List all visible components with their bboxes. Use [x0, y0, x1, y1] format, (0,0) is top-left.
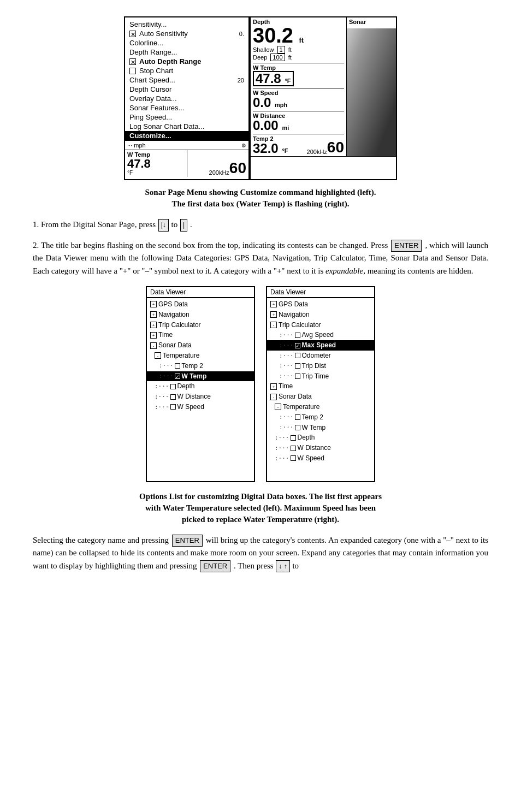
depth-value: 30.2 ft: [253, 25, 344, 46]
checkbox-w-speed: [170, 404, 176, 410]
menu-item-chart-speed: Chart Speed... 20: [125, 75, 248, 85]
plus-icon: +: [150, 322, 157, 328]
minus-icon: -: [150, 342, 157, 349]
plus-icon: +: [150, 332, 157, 339]
dv-r-trip-time: :··· Trip Time: [267, 371, 374, 382]
menu-item-stop-chart: Stop Chart: [125, 66, 248, 75]
checkbox-stop-chart: [129, 68, 136, 74]
checkbox-r-depth: [291, 435, 296, 441]
data-viewer-area: Data Viewer + GPS Data + Navigation + Tr…: [33, 286, 488, 482]
dv-time: + Time: [147, 330, 254, 340]
enter-button-2[interactable]: ENTER: [172, 535, 203, 547]
dv-r-trip-dist: :··· Trip Dist: [267, 361, 374, 371]
checkbox-auto-sensitivity: [129, 31, 136, 37]
checkbox-depth: [170, 384, 176, 389]
dv-left-title: Data Viewer: [147, 287, 254, 298]
plus-icon: +: [270, 301, 277, 307]
checkbox-temp2: [175, 363, 180, 369]
dv-temperature: - Temperature: [147, 351, 254, 361]
dv-r-avg-speed: :··· Avg Speed: [267, 330, 374, 340]
plus-icon: +: [150, 301, 157, 307]
caption1: Sonar Page Menu showing Customize comman…: [69, 187, 452, 210]
minus-icon: -: [270, 322, 277, 328]
dv-r-gps-data: + GPS Data: [267, 299, 374, 310]
menu-bottom-strip: ··· mph ⚙: [125, 140, 248, 150]
dv-r-temperature: - Temperature: [267, 402, 374, 412]
dv-r-w-temp: :··· W Temp: [267, 423, 374, 433]
dv-depth: :··· Depth: [147, 381, 254, 392]
dv-trip-calc: + Trip Calculator: [147, 320, 254, 330]
dv-gps-data: + GPS Data: [147, 299, 254, 310]
dv-r-depth: :··· Depth: [267, 432, 374, 443]
dv-temp2: :··· Temp 2: [147, 361, 254, 371]
checkbox-avg-speed: [295, 333, 300, 338]
menu-item-depth-range: Depth Range...: [125, 48, 248, 57]
minus-icon: -: [155, 352, 161, 359]
checkbox-trip-time: [295, 374, 300, 379]
menu-item-sensitivity: Sensitivity...: [125, 20, 248, 29]
checkbox-r-w-distance: [291, 446, 296, 451]
sonar-image: Sonar 0- 20 40: [347, 17, 396, 156]
dv-r-time: + Time: [267, 381, 374, 392]
dv-w-speed: :··· W Speed: [147, 402, 254, 412]
plus-icon: +: [150, 311, 157, 318]
checkbox-w-temp: [175, 374, 180, 379]
checkbox-auto-depth: [129, 58, 136, 65]
checkbox-odometer: [295, 353, 300, 358]
checkbox-r-w-temp: [295, 425, 300, 430]
checkbox-trip-dist: [295, 363, 300, 369]
dv-sonar-data: - Sonar Data: [147, 340, 254, 351]
key-pipe[interactable]: |: [180, 219, 187, 232]
menu-footer: W Temp 47.8 °F 200kHz60: [125, 150, 248, 177]
menu-item-sonar-features: Sonar Features...: [125, 103, 248, 112]
checkbox-max-speed: [295, 343, 300, 348]
dv-left-body: + GPS Data + Navigation + Trip Calculato…: [147, 298, 254, 435]
key-pipe-down[interactable]: |↓: [158, 219, 169, 232]
down-up-arrows[interactable]: ↓ ↑: [276, 560, 289, 573]
menu-item-ping-speed: Ping Speed...: [125, 112, 248, 122]
dv-r-w-distance: :··· W Distance: [267, 443, 374, 453]
dv-right-body: + GPS Data + Navigation - Trip Calculato…: [267, 298, 374, 481]
dv-w-temp: :··· W Temp: [147, 371, 254, 382]
dv-r-navigation: + Navigation: [267, 310, 374, 320]
dv-r-max-speed: :··· Max Speed: [267, 340, 374, 351]
menu-item-log-sonar: Log Sonar Chart Data...: [125, 122, 248, 131]
dv-right-title: Data Viewer: [267, 287, 374, 298]
menu-panel: Sensitivity... Auto Sensitivity 0. Color…: [124, 16, 250, 180]
sonar-panel: Depth 30.2 ft Shallow 1 ft Deep 100 ft W…: [250, 16, 397, 180]
menu-item-colorline: Colorline...: [125, 38, 248, 48]
dv-w-distance: :··· W Distance: [147, 392, 254, 402]
checkbox-r-temp2: [295, 414, 300, 420]
step2-text: 2. The title bar begins flashing on the …: [33, 239, 488, 277]
step1-text: 1. From the Digital Sonar Page, press |↓…: [33, 218, 488, 232]
menu-item-depth-cursor: Depth Cursor: [125, 85, 248, 94]
data-viewer-right: Data Viewer + GPS Data + Navigation - Tr…: [266, 286, 375, 482]
dv-r-trip-calc: - Trip Calculator: [267, 320, 374, 330]
menu-item-auto-depth-range: Auto Depth Range: [125, 57, 248, 66]
top-screenshot: Sensitivity... Auto Sensitivity 0. Color…: [33, 16, 488, 180]
menu-item-overlay-data: Overlay Data...: [125, 94, 248, 103]
dv-r-sonar-data: - Sonar Data: [267, 392, 374, 402]
checkbox-w-distance: [170, 394, 176, 400]
checkbox-r-w-speed: [291, 455, 296, 461]
minus-icon: -: [270, 394, 277, 400]
minus-icon: -: [275, 404, 281, 410]
plus-icon: +: [270, 311, 277, 318]
sonar-header: Depth 30.2 ft Shallow 1 ft Deep 100 ft W…: [251, 17, 396, 157]
data-viewer-left: Data Viewer + GPS Data + Navigation + Tr…: [146, 286, 255, 482]
dv-r-temp2: :··· Temp 2: [267, 412, 374, 423]
caption2: Options List for customizing Digital Dat…: [69, 491, 452, 525]
bottom-paragraph: Selecting the category name and pressing…: [33, 534, 488, 573]
enter-button[interactable]: ENTER: [391, 240, 422, 252]
plus-icon: +: [270, 383, 277, 390]
menu-item-auto-sensitivity: Auto Sensitivity 0.: [125, 29, 248, 38]
enter-button-3[interactable]: ENTER: [200, 560, 230, 572]
dv-r-odometer: :··· Odometer: [267, 351, 374, 361]
dv-r-w-speed: :··· W Speed: [267, 453, 374, 464]
dv-navigation: + Navigation: [147, 310, 254, 320]
menu-item-customize: Customize...: [125, 131, 248, 140]
